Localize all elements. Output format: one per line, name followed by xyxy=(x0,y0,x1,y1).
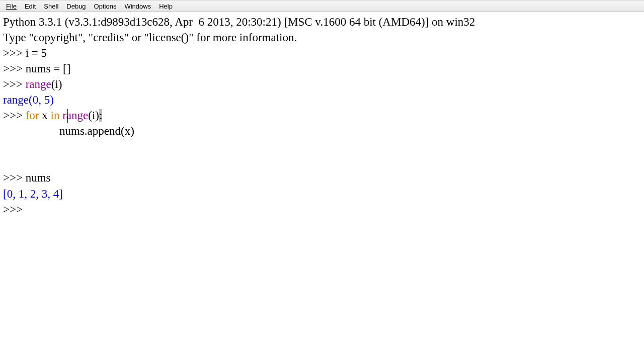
menubar: File Edit Shell Debug Options Windows He… xyxy=(0,0,644,12)
menu-edit[interactable]: Edit xyxy=(21,2,40,11)
input-line: >>> i = 5 xyxy=(3,45,641,61)
highlighted-colon: : xyxy=(99,109,102,122)
menu-file[interactable]: File xyxy=(2,2,21,11)
menu-windows[interactable]: Windows xyxy=(120,2,155,11)
prompt-line: >>> xyxy=(3,202,641,217)
menu-debug[interactable]: Debug xyxy=(62,2,90,11)
continuation-line: nums.append(x) xyxy=(3,123,641,139)
input-line: >>> nums xyxy=(3,170,641,186)
banner-line: Type "copyright", "credits" or "license(… xyxy=(3,30,641,45)
input-line: >>> range(i) xyxy=(3,76,641,92)
menu-shell[interactable]: Shell xyxy=(40,2,62,11)
blank-line xyxy=(3,154,641,170)
output-line: [0, 1, 2, 3, 4] xyxy=(3,186,641,202)
banner-line: Python 3.3.1 (v3.3.1:d9893d13c628, Apr 6… xyxy=(3,14,641,30)
input-line: >>> nums = [] xyxy=(3,61,641,76)
shell-output-area[interactable]: Python 3.3.1 (v3.3.1:d9893d13c628, Apr 6… xyxy=(0,12,644,362)
menu-help[interactable]: Help xyxy=(155,2,177,11)
input-line: >>> for x in range(i): xyxy=(3,108,641,123)
blank-line xyxy=(3,139,641,154)
menu-options[interactable]: Options xyxy=(90,2,121,11)
output-line: range(0, 5) xyxy=(3,92,641,108)
text-cursor-icon xyxy=(67,109,68,123)
